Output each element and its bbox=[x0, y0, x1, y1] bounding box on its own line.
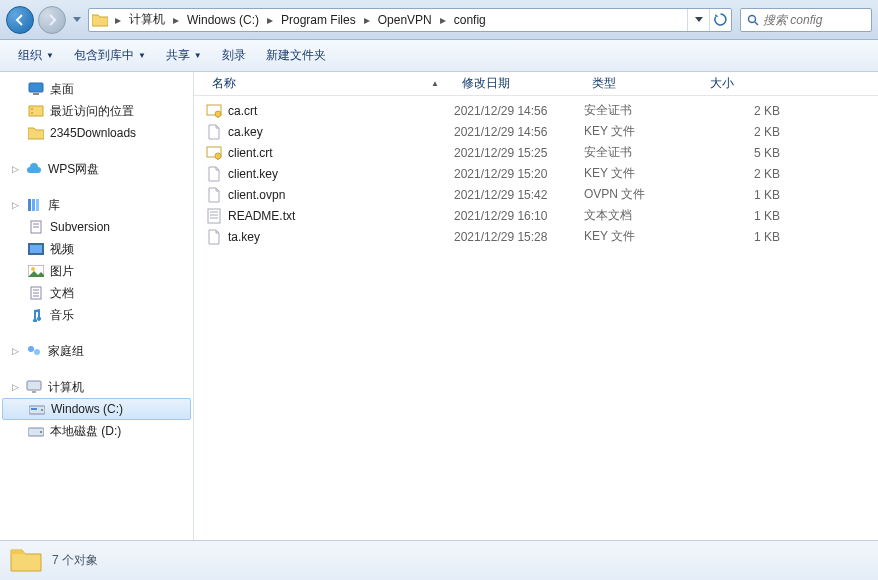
svg-rect-23 bbox=[27, 381, 41, 390]
file-row[interactable]: ta.key2021/12/29 15:28KEY 文件1 KB bbox=[194, 226, 878, 247]
file-list[interactable]: ca.crt2021/12/29 14:56安全证书2 KBca.key2021… bbox=[194, 96, 878, 540]
svg-point-16 bbox=[31, 267, 35, 271]
file-type: 安全证书 bbox=[584, 144, 702, 161]
organize-button[interactable]: 组织 ▼ bbox=[10, 43, 62, 68]
sidebar-item-computer[interactable]: ▷ 计算机 bbox=[0, 376, 193, 398]
expand-icon[interactable]: ▷ bbox=[10, 200, 20, 210]
file-row[interactable]: ca.crt2021/12/29 14:56安全证书2 KB bbox=[194, 100, 878, 121]
sidebar-item-wps[interactable]: ▷ WPS网盘 bbox=[0, 158, 193, 180]
expand-icon[interactable]: ▷ bbox=[10, 164, 20, 174]
search-input[interactable] bbox=[763, 13, 865, 27]
expand-icon[interactable]: ▷ bbox=[10, 382, 20, 392]
sidebar-label: 视频 bbox=[50, 241, 74, 258]
file-date: 2021/12/29 15:42 bbox=[454, 188, 584, 202]
sidebar-label: 家庭组 bbox=[48, 343, 84, 360]
file-row[interactable]: ca.key2021/12/29 14:56KEY 文件2 KB bbox=[194, 121, 878, 142]
breadcrumb-item[interactable]: 计算机 bbox=[125, 9, 169, 31]
toolbar-label: 刻录 bbox=[222, 47, 246, 64]
toolbar: 组织 ▼ 包含到库中 ▼ 共享 ▼ 刻录 新建文件夹 bbox=[0, 40, 878, 72]
sidebar-label: 本地磁盘 (D:) bbox=[50, 423, 121, 440]
refresh-button[interactable] bbox=[709, 9, 731, 31]
breadcrumb-chevron[interactable]: ▸ bbox=[360, 13, 374, 27]
breadcrumb-chevron[interactable]: ▸ bbox=[169, 13, 183, 27]
column-type[interactable]: 类型 bbox=[584, 72, 702, 95]
back-button[interactable] bbox=[6, 6, 34, 34]
sidebar-label: 计算机 bbox=[48, 379, 84, 396]
file-row[interactable]: client.key2021/12/29 15:20KEY 文件2 KB bbox=[194, 163, 878, 184]
svg-point-5 bbox=[31, 108, 33, 110]
column-date[interactable]: 修改日期 bbox=[454, 72, 584, 95]
address-dropdown-button[interactable] bbox=[687, 9, 709, 31]
file-name: client.key bbox=[228, 167, 278, 181]
history-dropdown[interactable] bbox=[70, 6, 84, 34]
file-icon bbox=[206, 187, 222, 203]
sidebar-item-pictures[interactable]: 图片 bbox=[0, 260, 193, 282]
column-name[interactable]: 名称 ▲ bbox=[194, 72, 454, 95]
sidebar-item-music[interactable]: 音乐 bbox=[0, 304, 193, 326]
cloud-icon bbox=[26, 161, 42, 177]
sidebar-item-libraries[interactable]: ▷ 库 bbox=[0, 194, 193, 216]
breadcrumb-item[interactable]: OpenVPN bbox=[374, 9, 436, 31]
file-name: README.txt bbox=[228, 209, 295, 223]
svg-rect-9 bbox=[36, 199, 39, 211]
file-row[interactable]: client.ovpn2021/12/29 15:42OVPN 文件1 KB bbox=[194, 184, 878, 205]
file-icon bbox=[206, 208, 222, 224]
file-row[interactable]: client.crt2021/12/29 15:25安全证书5 KB bbox=[194, 142, 878, 163]
sidebar-item-desktop[interactable]: 桌面 bbox=[0, 78, 193, 100]
address-bar[interactable]: ▸ 计算机 ▸ Windows (C:) ▸ Program Files ▸ O… bbox=[88, 8, 732, 32]
sidebar-label: Windows (C:) bbox=[51, 402, 123, 416]
status-text: 7 个对象 bbox=[52, 552, 98, 569]
sidebar-label: Subversion bbox=[50, 220, 110, 234]
sidebar-item-ddrive[interactable]: 本地磁盘 (D:) bbox=[0, 420, 193, 442]
sidebar-item-videos[interactable]: 视频 bbox=[0, 238, 193, 260]
file-size: 1 KB bbox=[702, 188, 792, 202]
sidebar-label: 库 bbox=[48, 197, 60, 214]
breadcrumb-root-chevron[interactable]: ▸ bbox=[111, 13, 125, 27]
column-size[interactable]: 大小 bbox=[702, 72, 792, 95]
document-icon bbox=[28, 285, 44, 301]
music-icon bbox=[28, 307, 44, 323]
navigation-pane[interactable]: 桌面 最近访问的位置 2345Downloads ▷ WPS网盘 ▷ 库 bbox=[0, 72, 194, 540]
svg-rect-8 bbox=[32, 199, 35, 211]
chevron-down-icon: ▼ bbox=[138, 51, 146, 60]
sidebar-label: 桌面 bbox=[50, 81, 74, 98]
file-type: KEY 文件 bbox=[584, 228, 702, 245]
svg-rect-24 bbox=[32, 391, 36, 393]
sidebar-item-documents[interactable]: 文档 bbox=[0, 282, 193, 304]
file-size: 5 KB bbox=[702, 146, 792, 160]
document-icon bbox=[28, 219, 44, 235]
expand-icon[interactable]: ▷ bbox=[10, 346, 20, 356]
sidebar-item-subversion[interactable]: Subversion bbox=[0, 216, 193, 238]
breadcrumb-chevron[interactable]: ▸ bbox=[436, 13, 450, 27]
file-row[interactable]: README.txt2021/12/29 16:10文本文档1 KB bbox=[194, 205, 878, 226]
file-type: KEY 文件 bbox=[584, 123, 702, 140]
file-icon bbox=[206, 166, 222, 182]
column-label: 修改日期 bbox=[462, 75, 510, 92]
svg-point-27 bbox=[41, 409, 43, 411]
search-icon bbox=[747, 14, 759, 26]
file-date: 2021/12/29 14:56 bbox=[454, 125, 584, 139]
include-in-library-button[interactable]: 包含到库中 ▼ bbox=[66, 43, 154, 68]
burn-button[interactable]: 刻录 bbox=[214, 43, 254, 68]
breadcrumb-item[interactable]: config bbox=[450, 9, 490, 31]
sort-indicator-icon: ▲ bbox=[431, 79, 439, 88]
sidebar-item-downloads[interactable]: 2345Downloads bbox=[0, 122, 193, 144]
breadcrumb-item[interactable]: Program Files bbox=[277, 9, 360, 31]
sidebar-label: 2345Downloads bbox=[50, 126, 136, 140]
search-box[interactable] bbox=[740, 8, 872, 32]
arrow-left-icon bbox=[13, 13, 27, 27]
new-folder-button[interactable]: 新建文件夹 bbox=[258, 43, 334, 68]
svg-rect-26 bbox=[31, 408, 37, 410]
file-icon bbox=[206, 145, 222, 161]
sidebar-item-homegroup[interactable]: ▷ 家庭组 bbox=[0, 340, 193, 362]
column-label: 类型 bbox=[592, 75, 616, 92]
sidebar-item-cdrive[interactable]: Windows (C:) bbox=[2, 398, 191, 420]
sidebar-item-recent[interactable]: 最近访问的位置 bbox=[0, 100, 193, 122]
file-date: 2021/12/29 15:28 bbox=[454, 230, 584, 244]
library-icon bbox=[26, 197, 42, 213]
share-button[interactable]: 共享 ▼ bbox=[158, 43, 210, 68]
breadcrumb-chevron[interactable]: ▸ bbox=[263, 13, 277, 27]
file-size: 2 KB bbox=[702, 125, 792, 139]
svg-point-31 bbox=[215, 111, 221, 117]
breadcrumb-item[interactable]: Windows (C:) bbox=[183, 9, 263, 31]
